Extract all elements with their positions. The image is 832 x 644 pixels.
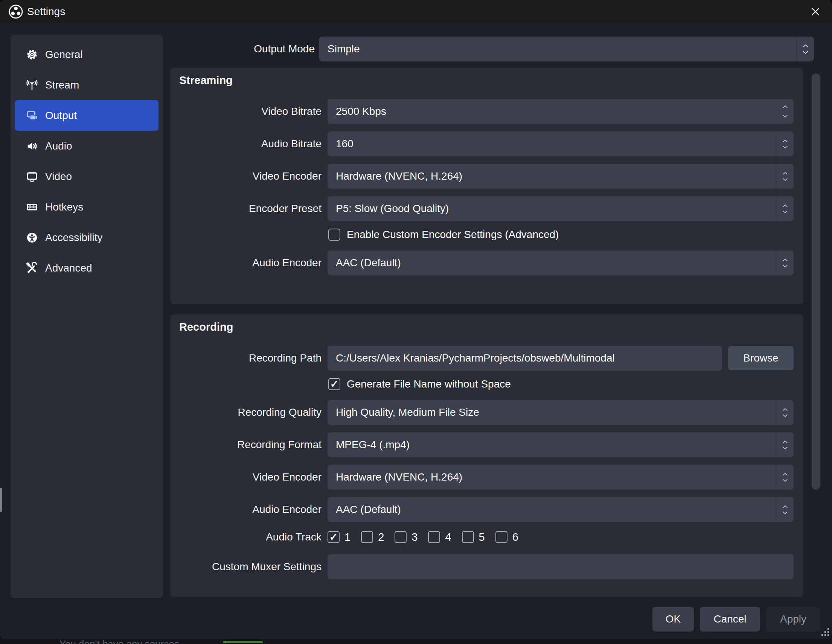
recording-audio-encoder-select[interactable]: AAC (Default) xyxy=(328,497,794,522)
recording-quality-select[interactable]: High Quality, Medium File Size xyxy=(328,400,794,425)
audio-track-6-checkbox[interactable] xyxy=(496,531,507,543)
custom-encoder-checkbox-label: Enable Custom Encoder Settings (Advanced… xyxy=(347,229,559,241)
ok-button[interactable]: OK xyxy=(653,607,694,631)
chevron-down-icon xyxy=(782,145,788,149)
sidebar-item-accessibility[interactable]: Accessibility xyxy=(15,222,158,253)
dropdown-spinner[interactable] xyxy=(776,400,794,425)
sidebar-item-video[interactable]: Video xyxy=(15,161,158,192)
encoder-preset-select[interactable]: P5: Slow (Good Quality) xyxy=(328,196,794,221)
chevron-up-icon xyxy=(782,204,788,208)
recording-format-select[interactable]: MPEG-4 (.mp4) xyxy=(328,433,794,457)
sidebar-item-audio[interactable]: Audio xyxy=(15,131,158,161)
sidebar: General Stream xyxy=(11,35,163,598)
audio-track-1-label: 1 xyxy=(344,531,350,543)
video-bitrate-label: Video Bitrate xyxy=(170,106,322,117)
encoder-preset-label: Encoder Preset xyxy=(170,203,322,215)
cancel-button[interactable]: Cancel xyxy=(700,607,760,631)
audio-bitrate-label: Audio Bitrate xyxy=(170,138,322,150)
browse-button[interactable]: Browse xyxy=(728,346,794,370)
stream-audio-encoder-select[interactable]: AAC (Default) xyxy=(328,250,794,275)
recording-quality-row: Recording Quality High Quality, Medium F… xyxy=(170,400,803,425)
custom-muxer-input[interactable] xyxy=(328,554,794,579)
recording-path-input[interactable] xyxy=(328,346,722,370)
audio-encoder-label: Audio Encoder xyxy=(170,503,322,516)
dropdown-spinner[interactable] xyxy=(776,131,794,156)
sidebar-item-advanced[interactable]: Advanced xyxy=(15,253,158,283)
custom-encoder-checkbox[interactable] xyxy=(328,229,340,241)
spinner-buttons[interactable] xyxy=(776,99,794,124)
apply-button[interactable]: Apply xyxy=(766,607,820,631)
generate-filename-checkbox[interactable]: ✓ xyxy=(328,378,340,390)
recording-quality-label: Recording Quality xyxy=(170,406,322,418)
video-encoder-value: Hardware (NVENC, H.264) xyxy=(336,471,462,483)
close-button[interactable] xyxy=(807,3,824,20)
recording-format-label: Recording Format xyxy=(170,439,322,451)
audio-bitrate-select[interactable]: 160 xyxy=(328,131,794,156)
video-bitrate-row: Video Bitrate 2500 Kbps xyxy=(170,99,803,124)
audio-track-5-label: 5 xyxy=(479,531,485,543)
recording-path-label: Recording Path xyxy=(170,352,322,364)
generate-filename-checkbox-label: Generate File Name without Space xyxy=(347,378,511,390)
audio-track-row: Audio Track ✓ 1 2 3 4 5 6 xyxy=(170,530,803,545)
dropdown-spinner[interactable] xyxy=(776,164,794,189)
volume-meter xyxy=(223,641,263,643)
dropdown-spinner[interactable] xyxy=(776,196,794,221)
sidebar-item-label: Audio xyxy=(45,140,72,152)
recording-format-value: MPEG-4 (.mp4) xyxy=(336,439,410,451)
encoder-preset-row: Encoder Preset P5: Slow (Good Quality) xyxy=(170,196,803,221)
sidebar-item-hotkeys[interactable]: Hotkeys xyxy=(15,192,158,222)
audio-track-3-checkbox[interactable] xyxy=(395,531,406,543)
background-window-notch xyxy=(0,488,2,512)
sidebar-item-output[interactable]: Output xyxy=(15,100,158,131)
recording-section: Recording Recording Path Browse ✓ Genera… xyxy=(170,314,803,597)
sidebar-item-label: Accessibility xyxy=(45,232,102,244)
audio-track-2-checkbox[interactable] xyxy=(361,531,373,543)
resize-grip[interactable] xyxy=(821,628,830,636)
recording-video-encoder-row: Video Encoder Hardware (NVENC, H.264) xyxy=(170,465,803,490)
dropdown-spinner[interactable] xyxy=(776,465,794,490)
audio-track-4-label: 4 xyxy=(445,531,451,543)
background-window-strip: You don't have any sources... xyxy=(0,638,832,644)
recording-video-encoder-select[interactable]: Hardware (NVENC, H.264) xyxy=(328,465,794,490)
dropdown-spinner[interactable] xyxy=(796,37,814,61)
advanced-icon xyxy=(26,262,38,274)
chevron-down-icon xyxy=(782,511,788,514)
vertical-scrollbar[interactable] xyxy=(812,74,820,490)
chevron-down-icon xyxy=(782,414,788,417)
sidebar-item-label: Advanced xyxy=(45,262,92,274)
audio-track-5-checkbox[interactable] xyxy=(462,531,474,543)
chevron-down-icon xyxy=(782,446,788,450)
chevron-down-icon xyxy=(782,479,788,482)
output-mode-row: Output Mode Simple xyxy=(0,37,814,61)
check-icon: ✓ xyxy=(330,378,339,390)
video-icon xyxy=(26,171,38,183)
audio-track-4-checkbox[interactable] xyxy=(428,531,440,543)
sidebar-item-label: Video xyxy=(45,171,72,183)
audio-track-1-checkbox[interactable]: ✓ xyxy=(328,531,339,543)
sidebar-item-stream[interactable]: Stream xyxy=(15,70,158,100)
stream-video-encoder-row: Video Encoder Hardware (NVENC, H.264) xyxy=(170,164,803,189)
chevron-up-icon xyxy=(782,105,788,109)
output-mode-select[interactable]: Simple xyxy=(319,37,814,61)
custom-muxer-label: Custom Muxer Settings xyxy=(170,561,322,573)
recording-format-row: Recording Format MPEG-4 (.mp4) xyxy=(170,433,803,457)
output-mode-value: Simple xyxy=(328,43,360,55)
chevron-down-icon xyxy=(782,210,788,213)
audio-encoder-value: AAC (Default) xyxy=(336,257,401,269)
dropdown-spinner[interactable] xyxy=(776,250,794,275)
chevron-down-icon xyxy=(782,114,788,118)
accessibility-icon xyxy=(26,232,38,244)
stream-icon xyxy=(26,79,38,91)
titlebar: Settings xyxy=(0,0,832,23)
streaming-section: Streaming Video Bitrate 2500 Kbps Audio … xyxy=(170,68,803,304)
stream-video-encoder-select[interactable]: Hardware (NVENC, H.264) xyxy=(328,164,794,189)
settings-window: Settings General xyxy=(0,0,832,639)
sidebar-item-label: Output xyxy=(45,110,77,122)
dropdown-spinner[interactable] xyxy=(776,433,794,457)
video-bitrate-spinner[interactable]: 2500 Kbps xyxy=(328,99,794,124)
chevron-up-icon xyxy=(782,440,788,444)
video-encoder-value: Hardware (NVENC, H.264) xyxy=(336,170,462,182)
video-encoder-label: Video Encoder xyxy=(170,170,322,182)
chevron-up-icon xyxy=(782,258,788,262)
dropdown-spinner[interactable] xyxy=(776,497,794,522)
